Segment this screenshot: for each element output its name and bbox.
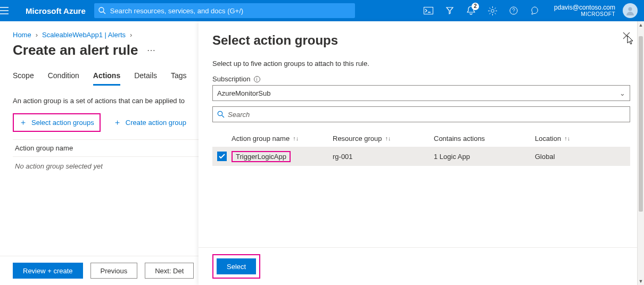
person-icon bbox=[625, 5, 635, 16]
hamburger-menu[interactable] bbox=[0, 7, 26, 14]
account-block[interactable]: pdavis@contoso.com MICROSOFT bbox=[546, 4, 620, 18]
svg-point-2 bbox=[491, 9, 494, 12]
account-avatar[interactable] bbox=[623, 3, 638, 18]
col-location-label[interactable]: Location bbox=[535, 135, 561, 142]
grid-row[interactable]: TriggerLogicApp rg-001 1 Logic App Globa… bbox=[212, 147, 630, 166]
panel-select-button[interactable]: Select bbox=[217, 258, 256, 274]
action-groups-grid: Action group name ↑↓ Resource group ↑↓ C… bbox=[212, 130, 630, 166]
search-icon bbox=[217, 111, 225, 118]
cloud-shell-button[interactable] bbox=[418, 0, 439, 21]
notifications-button[interactable]: 2 bbox=[460, 0, 482, 21]
subscription-dropdown[interactable]: AzureMonitorSub ⌄ bbox=[212, 85, 630, 101]
scroll-thumb[interactable] bbox=[639, 36, 643, 212]
grid-header-row: Action group name ↑↓ Resource group ↑↓ C… bbox=[212, 130, 630, 147]
chevron-down-icon: ⌄ bbox=[620, 89, 625, 97]
azure-topbar: Microsoft Azure 2 pdavis@contoso.com MIC… bbox=[0, 0, 644, 21]
review-create-button[interactable]: Review + create bbox=[13, 263, 83, 279]
panel-title: Select action groups bbox=[212, 33, 630, 48]
info-icon[interactable]: i bbox=[254, 76, 260, 82]
settings-button[interactable] bbox=[482, 0, 503, 21]
row-name-highlight: TriggerLogicApp bbox=[232, 151, 291, 162]
row-location: Global bbox=[535, 153, 555, 161]
global-search[interactable] bbox=[94, 3, 355, 18]
sort-icon[interactable]: ↑↓ bbox=[564, 135, 570, 141]
sort-icon[interactable]: ↑↓ bbox=[385, 135, 391, 141]
brand-label[interactable]: Microsoft Azure bbox=[26, 6, 94, 15]
col-rg-label[interactable]: Resource group bbox=[333, 135, 382, 142]
tab-scope[interactable]: Scope bbox=[13, 71, 34, 86]
col-actions-label[interactable]: Contains actions bbox=[434, 135, 485, 142]
row-actions: 1 Logic App bbox=[434, 153, 470, 161]
directories-button[interactable] bbox=[439, 0, 460, 21]
svg-point-0 bbox=[99, 7, 104, 12]
svg-point-5 bbox=[218, 111, 222, 115]
tab-details[interactable]: Details bbox=[134, 71, 157, 86]
row-checkbox[interactable] bbox=[217, 152, 227, 161]
hamburger-icon bbox=[0, 7, 9, 14]
col-name-label[interactable]: Action group name bbox=[232, 135, 290, 142]
sort-icon[interactable]: ↑↓ bbox=[293, 135, 299, 141]
breadcrumb-separator: › bbox=[36, 31, 38, 39]
close-icon bbox=[623, 32, 630, 39]
select-action-groups-button[interactable]: ＋ Select action groups bbox=[13, 113, 101, 132]
row-rg: rg-001 bbox=[333, 153, 353, 161]
page-title: Create an alert rule bbox=[13, 42, 138, 58]
row-name: TriggerLogicApp bbox=[236, 153, 286, 161]
panel-help-text: Select up to five action groups to attac… bbox=[212, 60, 630, 68]
previous-button[interactable]: Previous bbox=[90, 263, 138, 279]
breadcrumb-item[interactable]: Home bbox=[13, 31, 31, 39]
tab-condition[interactable]: Condition bbox=[48, 71, 79, 86]
plus-icon: ＋ bbox=[113, 118, 121, 128]
feedback-button[interactable] bbox=[524, 0, 546, 21]
scroll-up-icon[interactable]: ▲ bbox=[638, 21, 644, 29]
create-action-group-label: Create action group bbox=[126, 119, 186, 127]
select-action-groups-panel: Select action groups Select up to five a… bbox=[199, 21, 644, 285]
plus-icon: ＋ bbox=[19, 118, 27, 128]
page-more-button[interactable]: ⋯ bbox=[147, 45, 155, 55]
cloud-shell-icon bbox=[424, 7, 433, 14]
select-highlight: Select bbox=[212, 254, 260, 279]
subscription-label: Subscription bbox=[212, 75, 251, 83]
global-search-input[interactable] bbox=[110, 7, 351, 15]
scrollbar[interactable]: ▲ ▼ bbox=[637, 21, 644, 285]
action-group-search-input[interactable] bbox=[228, 111, 625, 119]
create-action-group-button[interactable]: ＋ Create action group bbox=[108, 113, 192, 132]
panel-footer: Select bbox=[199, 247, 644, 285]
action-group-search[interactable] bbox=[212, 106, 630, 122]
filter-icon bbox=[445, 6, 454, 15]
gear-icon bbox=[488, 6, 497, 15]
scroll-down-icon[interactable]: ▼ bbox=[638, 278, 644, 285]
breadcrumb-separator: › bbox=[130, 31, 132, 39]
svg-point-4 bbox=[629, 7, 632, 11]
select-action-groups-label: Select action groups bbox=[31, 119, 94, 127]
check-icon bbox=[219, 154, 225, 159]
tab-actions[interactable]: Actions bbox=[93, 71, 120, 86]
breadcrumb-item[interactable]: ScaleableWebApp1 | Alerts bbox=[42, 31, 126, 39]
account-email: pdavis@contoso.com bbox=[554, 4, 615, 11]
search-icon bbox=[98, 7, 106, 14]
help-icon bbox=[509, 6, 518, 15]
tab-tags[interactable]: Tags bbox=[171, 71, 187, 86]
help-button[interactable] bbox=[503, 0, 524, 21]
notification-badge: 2 bbox=[472, 3, 479, 10]
subscription-value: AzureMonitorSub bbox=[217, 89, 270, 97]
account-tenant: MICROSOFT bbox=[554, 11, 615, 18]
feedback-icon bbox=[531, 6, 539, 15]
next-button[interactable]: Next: Det bbox=[145, 263, 194, 279]
svg-rect-1 bbox=[424, 7, 433, 14]
panel-close-button[interactable] bbox=[623, 32, 630, 39]
